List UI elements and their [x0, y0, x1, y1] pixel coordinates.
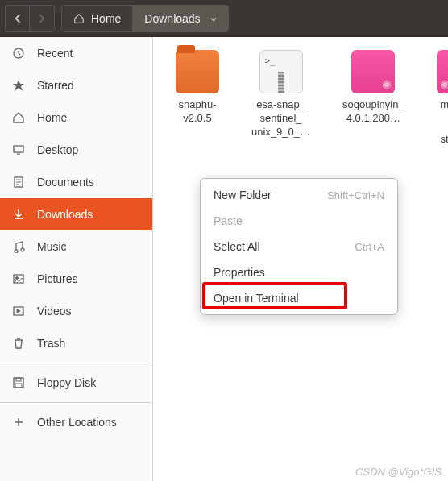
menu-item-label: New Folder — [214, 189, 272, 201]
sidebar-item-recent[interactable]: Recent — [0, 37, 152, 69]
desktop-icon — [11, 143, 26, 157]
menu-item-shortcut: Shift+Ctrl+N — [327, 189, 384, 201]
menu-item-open-terminal[interactable]: Open in Terminal — [201, 285, 397, 311]
back-button[interactable] — [6, 6, 30, 31]
menu-item-properties[interactable]: Properties — [201, 259, 397, 285]
sidebar-item-pictures[interactable]: Pictures — [0, 263, 152, 295]
file-label: m — [440, 98, 448, 112]
sidebar-item-floppy[interactable]: Floppy Disk — [0, 367, 152, 399]
breadcrumb-current-label: Downloads — [144, 12, 200, 25]
videos-icon — [11, 304, 26, 318]
sidebar-item-starred[interactable]: Starred — [0, 69, 152, 102]
chevron-down-icon — [210, 12, 217, 25]
chevron-right-icon — [37, 14, 47, 23]
menu-item-label: Paste — [214, 214, 243, 227]
trash-icon — [11, 336, 26, 350]
archive-icon — [259, 50, 303, 93]
menu-item-shortcut: Ctrl+A — [355, 241, 384, 253]
file-grid: snaphu- v2.0.5 esa-snap_ sentinel_ unix_… — [160, 50, 442, 147]
divider — [0, 402, 152, 403]
menu-item-label: Open in Terminal — [214, 292, 299, 305]
sidebar-item-label: Documents — [37, 176, 94, 189]
sidebar-item-label: Home — [37, 111, 67, 124]
sidebar-item-label: Videos — [37, 305, 72, 317]
menu-item-new-folder[interactable]: New Folder Shift+Ctrl+N — [201, 182, 397, 208]
svg-rect-1 — [14, 146, 23, 152]
sidebar-item-label: Other Locations — [37, 416, 117, 429]
sidebar-item-label: Music — [37, 240, 67, 253]
file-item-archive[interactable]: esa-snap_ sentinel_ unix_9_0_… — [251, 50, 310, 147]
breadcrumb: Home Downloads — [61, 5, 229, 32]
home-icon — [73, 13, 85, 24]
sidebar-item-desktop[interactable]: Desktop — [0, 134, 152, 166]
chevron-left-icon — [13, 14, 23, 23]
sidebar-item-trash[interactable]: Trash — [0, 327, 152, 359]
folder-icon — [176, 50, 219, 93]
star-icon — [11, 78, 26, 93]
toolbar: Home Downloads — [0, 0, 448, 37]
svg-point-4 — [16, 277, 19, 280]
sidebar-item-label: Recent — [37, 47, 73, 60]
menu-item-label: Select All — [214, 240, 260, 253]
nav-group — [5, 5, 55, 32]
pictures-icon — [11, 272, 26, 286]
deb-package-icon — [351, 50, 395, 93]
clock-icon — [11, 46, 26, 60]
breadcrumb-home[interactable]: Home — [62, 6, 133, 31]
plus-icon — [11, 415, 26, 429]
sidebar-item-label: Downloads — [37, 208, 93, 221]
music-icon — [11, 239, 26, 254]
divider — [0, 363, 152, 363]
sidebar-item-downloads[interactable]: Downloads — [0, 198, 152, 230]
sidebar-item-label: Pictures — [37, 272, 78, 285]
floppy-icon — [11, 375, 26, 390]
watermark: CSDN @Vigo*GIS — [355, 466, 442, 478]
home-icon — [11, 110, 26, 125]
sidebar-item-videos[interactable]: Videos — [0, 295, 152, 327]
sidebar-item-label: Trash — [37, 337, 65, 350]
deb-package-icon — [437, 50, 448, 93]
sidebar-item-label: Desktop — [37, 143, 78, 156]
context-menu: New Folder Shift+Ctrl+N Paste Select All… — [200, 178, 398, 315]
sidebar-item-home[interactable]: Home — [0, 102, 152, 134]
file-label: st — [441, 133, 448, 147]
file-item-partial[interactable]: m st — [437, 50, 448, 147]
breadcrumb-current[interactable]: Downloads — [133, 6, 227, 31]
file-label: snaphu- v2.0.5 — [179, 98, 217, 126]
file-label: esa-snap_ sentinel_ unix_9_0_… — [251, 98, 310, 139]
svg-rect-8 — [15, 384, 22, 388]
sidebar-item-label: Floppy Disk — [37, 376, 96, 389]
sidebar-item-music[interactable]: Music — [0, 230, 152, 263]
menu-item-select-all[interactable]: Select All Ctrl+A — [201, 234, 397, 259]
file-label: sogoupinyin_ 4.0.1.280… — [342, 98, 404, 126]
downloads-icon — [11, 207, 26, 222]
sidebar: Recent Starred Home Desktop Documents Do… — [0, 37, 153, 481]
menu-item-label: Properties — [214, 266, 265, 279]
menu-item-paste: Paste — [201, 208, 397, 234]
forward-button[interactable] — [30, 6, 54, 31]
breadcrumb-home-label: Home — [91, 12, 121, 25]
sidebar-item-other-locations[interactable]: Other Locations — [0, 406, 152, 438]
sidebar-item-label: Starred — [37, 79, 74, 92]
documents-icon — [11, 175, 26, 189]
sidebar-item-documents[interactable]: Documents — [0, 166, 152, 198]
file-item-folder[interactable]: snaphu- v2.0.5 — [176, 50, 219, 147]
file-item-deb[interactable]: sogoupinyin_ 4.0.1.280… — [342, 50, 404, 147]
